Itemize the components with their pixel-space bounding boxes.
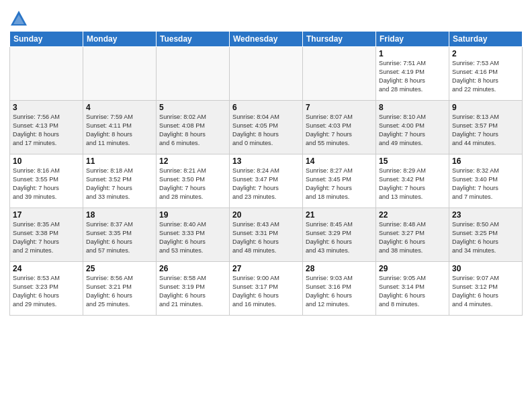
- day-number: 4: [86, 103, 153, 112]
- calendar-cell: 1Sunrise: 7:51 AM Sunset: 4:19 PM Daylig…: [376, 47, 449, 101]
- day-number: 20: [232, 210, 300, 220]
- weekday-header-monday: Monday: [83, 32, 157, 47]
- weekday-header-thursday: Thursday: [303, 32, 376, 47]
- calendar-cell: 17Sunrise: 8:35 AM Sunset: 3:38 PM Dayli…: [10, 208, 83, 262]
- calendar-cell: [83, 47, 157, 101]
- calendar-week-1: 1Sunrise: 7:51 AM Sunset: 4:19 PM Daylig…: [10, 47, 523, 101]
- header: [9, 7, 523, 28]
- day-info: Sunrise: 8:02 AM Sunset: 4:08 PM Dayligh…: [159, 113, 226, 148]
- calendar-cell: 13Sunrise: 8:24 AM Sunset: 3:47 PM Dayli…: [230, 154, 303, 208]
- logo: [9, 9, 31, 28]
- day-number: 3: [13, 103, 80, 112]
- day-number: 22: [379, 210, 446, 220]
- day-info: Sunrise: 8:50 AM Sunset: 3:25 PM Dayligh…: [452, 220, 519, 255]
- calendar-cell: 4Sunrise: 7:59 AM Sunset: 4:11 PM Daylig…: [83, 101, 157, 154]
- day-info: Sunrise: 9:03 AM Sunset: 3:16 PM Dayligh…: [306, 274, 373, 309]
- day-number: 11: [86, 156, 153, 166]
- weekday-header-saturday: Saturday: [449, 32, 523, 47]
- day-number: 15: [379, 156, 446, 166]
- calendar-cell: 8Sunrise: 8:10 AM Sunset: 4:00 PM Daylig…: [376, 101, 449, 154]
- weekday-header-tuesday: Tuesday: [157, 32, 230, 47]
- day-number: 28: [306, 264, 373, 273]
- day-info: Sunrise: 7:59 AM Sunset: 4:11 PM Dayligh…: [86, 113, 153, 148]
- day-info: Sunrise: 8:16 AM Sunset: 3:55 PM Dayligh…: [13, 167, 80, 201]
- calendar-cell: 28Sunrise: 9:03 AM Sunset: 3:16 PM Dayli…: [303, 262, 376, 316]
- calendar-cell: 14Sunrise: 8:27 AM Sunset: 3:45 PM Dayli…: [303, 154, 376, 208]
- day-number: 6: [232, 103, 300, 112]
- calendar-cell: 16Sunrise: 8:32 AM Sunset: 3:40 PM Dayli…: [449, 154, 523, 208]
- day-info: Sunrise: 9:07 AM Sunset: 3:12 PM Dayligh…: [452, 274, 519, 309]
- calendar-cell: 26Sunrise: 8:58 AM Sunset: 3:19 PM Dayli…: [157, 262, 230, 316]
- day-number: 12: [159, 156, 226, 166]
- calendar-cell: 30Sunrise: 9:07 AM Sunset: 3:12 PM Dayli…: [449, 262, 523, 316]
- day-number: 24: [13, 264, 80, 273]
- day-number: 17: [13, 210, 80, 220]
- day-info: Sunrise: 8:35 AM Sunset: 3:38 PM Dayligh…: [13, 220, 80, 255]
- page: SundayMondayTuesdayWednesdayThursdayFrid…: [0, 0, 532, 411]
- day-info: Sunrise: 8:21 AM Sunset: 3:50 PM Dayligh…: [159, 167, 226, 201]
- calendar-cell: 15Sunrise: 8:29 AM Sunset: 3:42 PM Dayli…: [376, 154, 449, 208]
- day-info: Sunrise: 9:00 AM Sunset: 3:17 PM Dayligh…: [232, 274, 300, 309]
- day-number: 25: [86, 264, 153, 273]
- calendar-cell: [303, 47, 376, 101]
- calendar-cell: 20Sunrise: 8:43 AM Sunset: 3:31 PM Dayli…: [230, 208, 303, 262]
- day-number: 21: [306, 210, 373, 220]
- calendar-cell: 7Sunrise: 8:07 AM Sunset: 4:03 PM Daylig…: [303, 101, 376, 154]
- day-info: Sunrise: 8:32 AM Sunset: 3:40 PM Dayligh…: [452, 167, 519, 201]
- day-number: 18: [86, 210, 153, 220]
- calendar-week-3: 10Sunrise: 8:16 AM Sunset: 3:55 PM Dayli…: [10, 154, 523, 208]
- calendar-cell: 12Sunrise: 8:21 AM Sunset: 3:50 PM Dayli…: [157, 154, 230, 208]
- calendar-cell: 24Sunrise: 8:53 AM Sunset: 3:23 PM Dayli…: [10, 262, 83, 316]
- day-number: 27: [232, 264, 300, 273]
- weekday-header-friday: Friday: [376, 32, 449, 47]
- calendar-cell: [10, 47, 83, 101]
- day-info: Sunrise: 8:48 AM Sunset: 3:27 PM Dayligh…: [379, 220, 446, 255]
- day-number: 8: [379, 103, 446, 112]
- day-number: 7: [306, 103, 373, 112]
- calendar-cell: [157, 47, 230, 101]
- calendar-cell: 27Sunrise: 9:00 AM Sunset: 3:17 PM Dayli…: [230, 262, 303, 316]
- day-info: Sunrise: 8:04 AM Sunset: 4:05 PM Dayligh…: [232, 113, 300, 148]
- calendar-cell: 6Sunrise: 8:04 AM Sunset: 4:05 PM Daylig…: [230, 101, 303, 154]
- calendar-cell: 19Sunrise: 8:40 AM Sunset: 3:33 PM Dayli…: [157, 208, 230, 262]
- day-info: Sunrise: 8:10 AM Sunset: 4:00 PM Dayligh…: [379, 113, 446, 148]
- logo-icon: [9, 9, 28, 28]
- day-number: 26: [159, 264, 226, 273]
- day-number: 14: [306, 156, 373, 166]
- day-info: Sunrise: 8:37 AM Sunset: 3:35 PM Dayligh…: [86, 220, 153, 255]
- day-number: 13: [232, 156, 300, 166]
- day-number: 9: [452, 103, 519, 112]
- day-info: Sunrise: 8:53 AM Sunset: 3:23 PM Dayligh…: [13, 274, 80, 309]
- calendar-cell: 3Sunrise: 7:56 AM Sunset: 4:13 PM Daylig…: [10, 101, 83, 154]
- calendar-week-4: 17Sunrise: 8:35 AM Sunset: 3:38 PM Dayli…: [10, 208, 523, 262]
- day-info: Sunrise: 8:43 AM Sunset: 3:31 PM Dayligh…: [232, 220, 300, 255]
- day-number: 10: [13, 156, 80, 166]
- day-info: Sunrise: 8:27 AM Sunset: 3:45 PM Dayligh…: [306, 167, 373, 201]
- day-info: Sunrise: 8:45 AM Sunset: 3:29 PM Dayligh…: [306, 220, 373, 255]
- day-number: 1: [379, 49, 446, 58]
- calendar-header-row: SundayMondayTuesdayWednesdayThursdayFrid…: [10, 32, 523, 47]
- day-info: Sunrise: 8:13 AM Sunset: 3:57 PM Dayligh…: [452, 113, 519, 148]
- day-info: Sunrise: 8:29 AM Sunset: 3:42 PM Dayligh…: [379, 167, 446, 201]
- calendar-cell: 10Sunrise: 8:16 AM Sunset: 3:55 PM Dayli…: [10, 154, 83, 208]
- calendar-cell: 21Sunrise: 8:45 AM Sunset: 3:29 PM Dayli…: [303, 208, 376, 262]
- calendar-cell: 2Sunrise: 7:53 AM Sunset: 4:16 PM Daylig…: [449, 47, 523, 101]
- calendar-cell: [230, 47, 303, 101]
- day-number: 16: [452, 156, 519, 166]
- day-number: 5: [159, 103, 226, 112]
- day-info: Sunrise: 8:56 AM Sunset: 3:21 PM Dayligh…: [86, 274, 153, 309]
- day-info: Sunrise: 8:40 AM Sunset: 3:33 PM Dayligh…: [159, 220, 226, 255]
- weekday-header-sunday: Sunday: [10, 32, 83, 47]
- calendar-cell: 23Sunrise: 8:50 AM Sunset: 3:25 PM Dayli…: [449, 208, 523, 262]
- day-info: Sunrise: 7:53 AM Sunset: 4:16 PM Dayligh…: [452, 59, 519, 94]
- day-info: Sunrise: 8:07 AM Sunset: 4:03 PM Dayligh…: [306, 113, 373, 148]
- calendar-cell: 9Sunrise: 8:13 AM Sunset: 3:57 PM Daylig…: [449, 101, 523, 154]
- day-number: 30: [452, 264, 519, 273]
- day-info: Sunrise: 7:51 AM Sunset: 4:19 PM Dayligh…: [379, 59, 446, 94]
- day-number: 19: [159, 210, 226, 220]
- calendar: SundayMondayTuesdayWednesdayThursdayFrid…: [9, 31, 523, 316]
- day-info: Sunrise: 7:56 AM Sunset: 4:13 PM Dayligh…: [13, 113, 80, 148]
- calendar-cell: 22Sunrise: 8:48 AM Sunset: 3:27 PM Dayli…: [376, 208, 449, 262]
- day-number: 2: [452, 49, 519, 58]
- weekday-header-wednesday: Wednesday: [230, 32, 303, 47]
